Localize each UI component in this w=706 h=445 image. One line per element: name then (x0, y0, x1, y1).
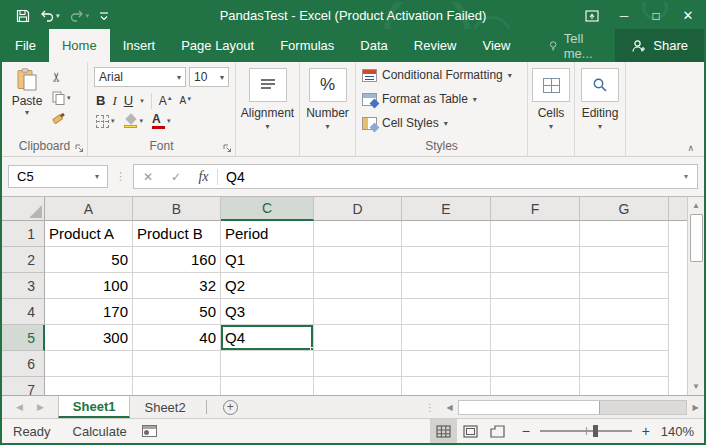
cell-D7[interactable] (314, 377, 402, 395)
zoom-slider-track[interactable] (540, 430, 632, 432)
cell-D2[interactable] (314, 247, 402, 273)
cancel-button[interactable]: ✕ (134, 170, 162, 184)
redo-button[interactable]: ▾ (66, 7, 94, 25)
row-header-4[interactable]: 4 (2, 299, 45, 325)
paste-dropdown-icon[interactable]: ▾ (25, 108, 29, 117)
new-sheet-button[interactable]: + (223, 396, 238, 418)
font-color-button[interactable]: A ▾ (152, 113, 171, 129)
cell-G7[interactable] (580, 377, 669, 395)
cells-button[interactable]: Cells ▾ (528, 62, 574, 131)
cell-E1[interactable] (402, 221, 491, 247)
previous-sheet-icon[interactable]: ◀ (16, 402, 23, 412)
vertical-scrollbar[interactable]: ▲ ▼ (687, 197, 704, 395)
font-dialog-launcher[interactable] (223, 144, 232, 153)
fill-color-button[interactable]: ▾ (124, 113, 144, 129)
cell-E6[interactable] (402, 351, 491, 377)
copy-dropdown-icon[interactable]: ▾ (67, 94, 71, 102)
cell-G1[interactable] (580, 221, 669, 247)
tab-insert[interactable]: Insert (110, 29, 169, 62)
cell-G4[interactable] (580, 299, 669, 325)
cell-B7[interactable] (133, 377, 221, 395)
row-header-1[interactable]: 1 (2, 221, 45, 247)
scroll-right-icon[interactable]: ▶ (687, 403, 704, 412)
cell-C5-active[interactable]: Q4 (221, 325, 314, 351)
column-header-D[interactable]: D (314, 197, 402, 221)
column-header-F[interactable]: F (491, 197, 580, 221)
cell-E2[interactable] (402, 247, 491, 273)
italic-button[interactable]: I (112, 93, 116, 109)
tab-formulas[interactable]: Formulas (267, 29, 347, 62)
fill-handle[interactable] (310, 347, 314, 351)
cell-C7[interactable] (221, 377, 314, 395)
cell-B6[interactable] (133, 351, 221, 377)
underline-button[interactable]: U (124, 93, 133, 108)
cell-D4[interactable] (314, 299, 402, 325)
cell-F1[interactable] (491, 221, 580, 247)
underline-dropdown-icon[interactable]: ▾ (140, 97, 144, 105)
sheet-tab-sheet2[interactable]: Sheet2 (130, 396, 199, 418)
normal-view-button[interactable] (430, 419, 457, 444)
editing-button[interactable]: Editing ▾ (575, 62, 625, 131)
save-button[interactable] (12, 6, 34, 26)
cell-F5[interactable] (491, 325, 580, 351)
cell-A7[interactable] (45, 377, 133, 395)
tell-me-box[interactable]: Tell me... (537, 29, 615, 62)
row-header-7[interactable]: 7 (2, 377, 45, 395)
status-calculate[interactable]: Calculate (62, 424, 138, 439)
ribbon-display-options-button[interactable] (576, 2, 608, 29)
borders-button[interactable]: ▾ (96, 113, 115, 129)
horizontal-scrollbar[interactable]: ⋮ ◀ ▶ (419, 396, 704, 418)
column-header-G[interactable]: G (580, 197, 669, 221)
row-header-5[interactable]: 5 (2, 325, 45, 351)
cell-A5[interactable]: 300 (45, 325, 133, 351)
format-as-table-button[interactable]: Format as Table ▾ (356, 88, 527, 110)
name-box-dropdown-icon[interactable]: ▾ (95, 172, 99, 181)
cell-D3[interactable] (314, 273, 402, 299)
cell-D6[interactable] (314, 351, 402, 377)
page-layout-view-button[interactable] (457, 419, 484, 444)
zoom-in-button[interactable]: + (640, 423, 652, 439)
insert-function-button[interactable]: fx (190, 169, 218, 185)
copy-button[interactable]: ▾ (52, 90, 71, 106)
tab-review[interactable]: Review (401, 29, 470, 62)
undo-button[interactable]: ▾ (36, 7, 64, 25)
cell-B5[interactable]: 40 (133, 325, 221, 351)
share-button[interactable]: Share (615, 29, 704, 62)
tab-page-layout[interactable]: Page Layout (168, 29, 267, 62)
tab-view[interactable]: View (469, 29, 523, 62)
enter-button[interactable]: ✓ (162, 170, 190, 184)
tab-data[interactable]: Data (347, 29, 400, 62)
cell-styles-button[interactable]: Cell Styles ▾ (356, 112, 527, 134)
cell-F4[interactable] (491, 299, 580, 325)
cell-D1[interactable] (314, 221, 402, 247)
row-header-6[interactable]: 6 (2, 351, 45, 377)
increase-font-size-button[interactable]: A ▲ (159, 94, 173, 108)
cell-D5[interactable] (314, 325, 402, 351)
select-all-button[interactable] (2, 197, 45, 221)
tab-file[interactable]: File (2, 29, 49, 62)
cell-E3[interactable] (402, 273, 491, 299)
cut-button[interactable]: ✂ (52, 69, 71, 85)
cell-F2[interactable] (491, 247, 580, 273)
scrollbar-resize-handle[interactable]: ⋮ (419, 402, 441, 413)
collapse-ribbon-button[interactable]: ∧ (687, 143, 694, 153)
formula-input[interactable]: Q4 (218, 169, 675, 185)
close-button[interactable]: ✕ (672, 2, 704, 29)
cell-G2[interactable] (580, 247, 669, 273)
cell-G6[interactable] (580, 351, 669, 377)
formula-bar-resize-handle[interactable]: ⋮ (112, 170, 129, 183)
zoom-out-button[interactable]: − (520, 423, 532, 439)
vertical-scroll-thumb[interactable] (690, 214, 703, 262)
cell-E7[interactable] (402, 377, 491, 395)
undo-dropdown-icon[interactable]: ▾ (56, 12, 60, 20)
clipboard-dialog-launcher[interactable] (75, 144, 84, 153)
column-header-B[interactable]: B (133, 197, 221, 221)
font-name-select[interactable]: Arial ▾ (94, 67, 186, 87)
cell-B3[interactable]: 32 (133, 273, 221, 299)
row-header-2[interactable]: 2 (2, 247, 45, 273)
cell-F6[interactable] (491, 351, 580, 377)
cell-B2[interactable]: 160 (133, 247, 221, 273)
cell-A2[interactable]: 50 (45, 247, 133, 273)
macro-record-icon[interactable] (142, 425, 157, 437)
format-painter-button[interactable] (52, 111, 71, 127)
